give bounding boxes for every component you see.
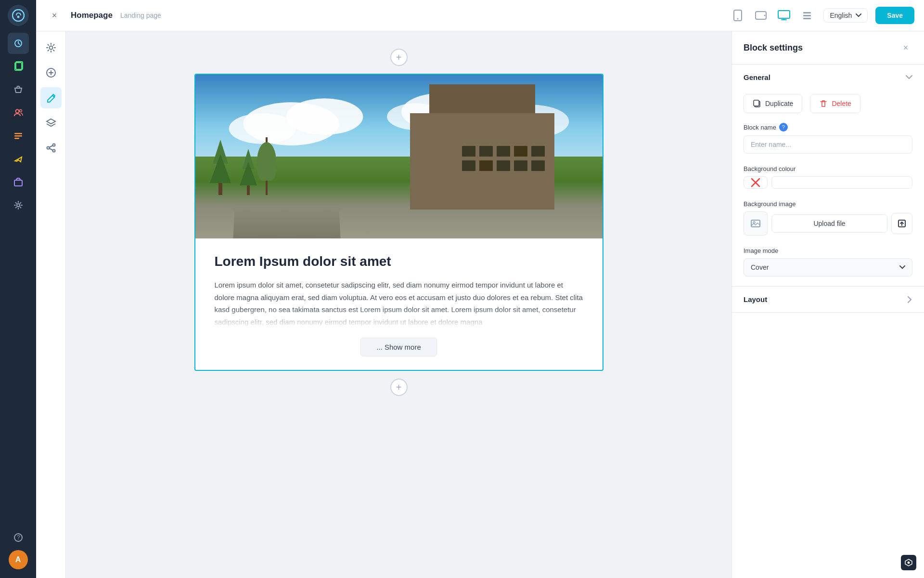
user-avatar[interactable]: A <box>9 550 28 569</box>
device-desktop[interactable] <box>775 7 793 24</box>
main-wrapper: × Homepage Landing page English Save <box>36 0 924 578</box>
general-section: General Duplicate Delete <box>732 65 924 287</box>
show-more-button[interactable]: ... Show more <box>360 338 437 356</box>
panel-settings-icon[interactable] <box>40 37 62 58</box>
image-mode-dropdown[interactable]: Cover <box>744 258 912 276</box>
svg-point-6 <box>19 110 22 112</box>
watermark <box>901 555 916 570</box>
sidebar-icon-dashboard[interactable] <box>8 33 29 54</box>
duplicate-button[interactable]: Duplicate <box>744 94 802 113</box>
image-mode-section: Image mode Cover <box>732 245 924 286</box>
svg-point-24 <box>52 144 55 146</box>
panel-layers-icon[interactable] <box>40 112 62 133</box>
content-area: + <box>36 31 924 578</box>
svg-point-1 <box>17 16 19 18</box>
color-swatch[interactable] <box>744 176 768 189</box>
delete-icon <box>819 99 828 108</box>
dropdown-chevron-icon <box>899 265 905 269</box>
svg-point-22 <box>49 46 52 50</box>
svg-rect-19 <box>803 12 811 13</box>
svg-rect-8 <box>14 135 22 137</box>
delete-button[interactable]: Delete <box>810 94 860 113</box>
layout-chevron-icon <box>908 296 912 303</box>
svg-point-0 <box>13 10 24 21</box>
background-colour-label: Background colour <box>744 165 912 172</box>
block-name-label: Block name ? <box>744 123 912 131</box>
add-block-top: + <box>194 41 603 74</box>
background-image-section: Background image Upload file <box>732 198 924 245</box>
save-button[interactable]: Save <box>875 7 914 24</box>
block-name-input[interactable] <box>744 135 912 154</box>
language-selector[interactable]: English <box>823 8 868 23</box>
svg-rect-35 <box>754 100 759 106</box>
panel-edit-icon[interactable] <box>40 87 62 108</box>
background-image-label: Background image <box>744 200 912 208</box>
color-picker-row <box>744 176 912 189</box>
close-button[interactable]: × <box>46 7 63 24</box>
app-logo[interactable] <box>8 5 29 26</box>
svg-rect-18 <box>778 11 790 18</box>
sidebar-icon-pages[interactable] <box>8 56 29 77</box>
device-tablet[interactable] <box>752 7 770 24</box>
device-list[interactable] <box>798 7 816 24</box>
layout-section-header[interactable]: Layout <box>732 287 924 312</box>
svg-rect-9 <box>14 138 19 139</box>
upload-file-button[interactable]: Upload file <box>771 214 887 233</box>
sidebar-icon-content[interactable] <box>8 125 29 146</box>
image-placeholder-icon <box>750 218 761 229</box>
svg-point-41 <box>908 562 910 564</box>
layout-section-title: Layout <box>744 295 767 303</box>
upload-icon <box>897 219 907 228</box>
add-block-bottom-button[interactable]: + <box>390 379 408 396</box>
sidebar-icon-settings[interactable] <box>8 195 29 216</box>
svg-point-17 <box>764 15 766 16</box>
settings-body: General Duplicate Delete <box>732 65 924 549</box>
action-buttons: Duplicate Delete <box>732 90 924 121</box>
settings-close-button[interactable]: × <box>899 41 912 54</box>
svg-point-11 <box>17 204 20 207</box>
block-heading: Lorem Ipsum dolor sit amet <box>215 254 583 269</box>
image-preview <box>744 211 768 236</box>
image-mode-label: Image mode <box>744 247 912 254</box>
sidebar-icon-shop[interactable] <box>8 79 29 100</box>
block-image <box>195 75 603 238</box>
background-colour-section: Background colour <box>732 163 924 198</box>
general-section-title: General <box>744 73 770 81</box>
color-clear-icon <box>750 177 761 188</box>
side-panel-icons <box>36 31 66 578</box>
svg-rect-10 <box>14 180 22 186</box>
color-value[interactable] <box>771 176 912 189</box>
sidebar-icon-marketing[interactable] <box>8 148 29 170</box>
svg-point-26 <box>52 150 55 152</box>
svg-text:?: ? <box>17 534 20 541</box>
general-chevron-icon <box>906 75 912 80</box>
sidebar-icon-users[interactable] <box>8 102 29 123</box>
panel-add-icon[interactable] <box>40 62 62 83</box>
upload-icon-button[interactable] <box>891 213 912 234</box>
layout-section: Layout <box>732 287 924 313</box>
add-block-bottom: + <box>194 371 603 404</box>
editor-area: + <box>66 31 732 578</box>
duplicate-icon <box>753 99 761 108</box>
device-switcher <box>729 7 816 24</box>
settings-header: Block settings × <box>732 31 924 65</box>
content-block: Lorem Ipsum dolor sit amet Lorem ipsum d… <box>194 74 603 371</box>
device-mobile[interactable] <box>729 7 746 24</box>
block-name-section: Block name ? <box>732 121 924 163</box>
general-section-header[interactable]: General <box>732 65 924 90</box>
page-subtitle: Landing page <box>120 12 161 19</box>
sidebar-icon-cart[interactable] <box>8 171 29 193</box>
svg-point-15 <box>737 18 739 20</box>
left-sidebar: ? A <box>0 0 36 578</box>
sidebar-icon-help[interactable]: ? <box>8 527 29 548</box>
svg-rect-7 <box>14 133 22 134</box>
block-body: Lorem ipsum dolor sit amet, consetetur s… <box>215 279 583 328</box>
svg-point-5 <box>15 110 19 113</box>
svg-point-25 <box>47 147 49 149</box>
add-block-top-button[interactable]: + <box>390 49 408 66</box>
image-upload-row: Upload file <box>744 211 912 236</box>
svg-rect-20 <box>803 15 811 16</box>
panel-share-icon[interactable] <box>40 137 62 158</box>
block-name-help-icon[interactable]: ? <box>779 123 788 131</box>
topbar: × Homepage Landing page English Save <box>36 0 924 31</box>
